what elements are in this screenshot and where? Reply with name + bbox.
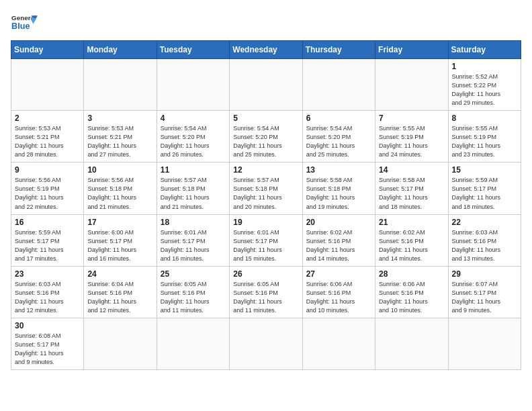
- day-number: 4: [161, 113, 226, 123]
- day-info: Sunrise: 6:04 AM Sunset: 5:16 PM Dayligh…: [87, 280, 152, 315]
- calendar-cell: 25Sunrise: 6:05 AM Sunset: 5:16 PM Dayli…: [157, 266, 229, 318]
- day-info: Sunrise: 5:54 AM Sunset: 5:20 PM Dayligh…: [161, 124, 226, 159]
- calendar-cell: 13Sunrise: 5:58 AM Sunset: 5:18 PM Dayli…: [302, 163, 375, 214]
- day-number: 1: [452, 62, 517, 71]
- calendar-cell: 8Sunrise: 5:55 AM Sunset: 5:19 PM Daylig…: [448, 111, 521, 163]
- calendar-cell: 12Sunrise: 5:57 AM Sunset: 5:18 PM Dayli…: [230, 163, 302, 214]
- calendar-cell: 5Sunrise: 5:54 AM Sunset: 5:20 PM Daylig…: [230, 111, 302, 163]
- calendar-cell: 14Sunrise: 5:58 AM Sunset: 5:17 PM Dayli…: [375, 163, 448, 214]
- day-number: 16: [15, 218, 80, 227]
- weekday-header-cell: Sunday: [11, 41, 84, 59]
- calendar-cell: 22Sunrise: 6:03 AM Sunset: 5:16 PM Dayli…: [448, 214, 521, 266]
- day-number: 18: [161, 218, 226, 227]
- day-info: Sunrise: 5:55 AM Sunset: 5:19 PM Dayligh…: [379, 124, 444, 159]
- calendar-cell: [302, 318, 375, 369]
- day-info: Sunrise: 5:57 AM Sunset: 5:18 PM Dayligh…: [161, 176, 226, 211]
- day-number: 3: [87, 113, 152, 123]
- day-number: 28: [379, 269, 444, 279]
- day-info: Sunrise: 6:03 AM Sunset: 5:16 PM Dayligh…: [15, 280, 80, 315]
- day-number: 6: [306, 113, 371, 123]
- calendar-cell: [375, 59, 448, 111]
- day-info: Sunrise: 6:03 AM Sunset: 5:16 PM Dayligh…: [452, 228, 517, 263]
- day-number: 25: [161, 269, 226, 279]
- calendar-cell: [157, 59, 229, 111]
- day-info: Sunrise: 6:06 AM Sunset: 5:16 PM Dayligh…: [306, 280, 371, 315]
- day-number: 10: [87, 165, 152, 175]
- weekday-header-cell: Saturday: [448, 41, 521, 59]
- day-number: 2: [15, 113, 80, 123]
- calendar-week-row: 9Sunrise: 5:56 AM Sunset: 5:19 PM Daylig…: [11, 163, 521, 214]
- day-info: Sunrise: 6:08 AM Sunset: 5:17 PM Dayligh…: [15, 332, 80, 367]
- day-number: 7: [379, 113, 444, 123]
- calendar-week-row: 23Sunrise: 6:03 AM Sunset: 5:16 PM Dayli…: [11, 266, 521, 318]
- day-info: Sunrise: 5:57 AM Sunset: 5:18 PM Dayligh…: [233, 176, 298, 211]
- weekday-header-cell: Wednesday: [230, 41, 302, 59]
- day-info: Sunrise: 6:02 AM Sunset: 5:16 PM Dayligh…: [379, 228, 444, 263]
- day-number: 9: [15, 165, 80, 175]
- calendar-cell: 21Sunrise: 6:02 AM Sunset: 5:16 PM Dayli…: [375, 214, 448, 266]
- calendar-table: SundayMondayTuesdayWednesdayThursdayFrid…: [11, 40, 521, 370]
- weekday-header-cell: Monday: [84, 41, 157, 59]
- calendar-cell: 29Sunrise: 6:07 AM Sunset: 5:17 PM Dayli…: [448, 266, 521, 318]
- day-number: 21: [379, 218, 444, 227]
- calendar-cell: [230, 59, 302, 111]
- day-number: 11: [161, 165, 226, 175]
- calendar-cell: 20Sunrise: 6:02 AM Sunset: 5:16 PM Dayli…: [302, 214, 375, 266]
- day-info: Sunrise: 6:01 AM Sunset: 5:17 PM Dayligh…: [161, 228, 226, 263]
- day-info: Sunrise: 5:59 AM Sunset: 5:17 PM Dayligh…: [15, 228, 80, 263]
- calendar-cell: [302, 59, 375, 111]
- day-info: Sunrise: 5:53 AM Sunset: 5:21 PM Dayligh…: [87, 124, 152, 159]
- day-number: 27: [306, 269, 371, 279]
- day-info: Sunrise: 5:52 AM Sunset: 5:22 PM Dayligh…: [452, 73, 517, 107]
- calendar-week-row: 2Sunrise: 5:53 AM Sunset: 5:21 PM Daylig…: [11, 111, 521, 163]
- day-info: Sunrise: 6:06 AM Sunset: 5:16 PM Dayligh…: [379, 280, 444, 315]
- day-info: Sunrise: 5:55 AM Sunset: 5:19 PM Dayligh…: [452, 124, 517, 159]
- weekday-header-cell: Thursday: [302, 41, 375, 59]
- day-number: 17: [87, 218, 152, 227]
- calendar-cell: 6Sunrise: 5:54 AM Sunset: 5:20 PM Daylig…: [302, 111, 375, 163]
- calendar-week-row: 1Sunrise: 5:52 AM Sunset: 5:22 PM Daylig…: [11, 59, 521, 111]
- calendar-cell: 24Sunrise: 6:04 AM Sunset: 5:16 PM Dayli…: [84, 266, 157, 318]
- calendar-cell: [230, 318, 302, 369]
- day-info: Sunrise: 5:56 AM Sunset: 5:19 PM Dayligh…: [15, 176, 80, 211]
- calendar-cell: 19Sunrise: 6:01 AM Sunset: 5:17 PM Dayli…: [230, 214, 302, 266]
- weekday-header-cell: Tuesday: [157, 41, 229, 59]
- logo: General Blue: [11, 11, 38, 35]
- day-info: Sunrise: 6:01 AM Sunset: 5:17 PM Dayligh…: [233, 228, 298, 263]
- calendar-cell: 17Sunrise: 6:00 AM Sunset: 5:17 PM Dayli…: [84, 214, 157, 266]
- day-info: Sunrise: 6:00 AM Sunset: 5:17 PM Dayligh…: [87, 228, 152, 263]
- calendar-cell: 15Sunrise: 5:59 AM Sunset: 5:17 PM Dayli…: [448, 163, 521, 214]
- day-number: 14: [379, 165, 444, 175]
- svg-text:Blue: Blue: [11, 21, 30, 31]
- day-info: Sunrise: 5:53 AM Sunset: 5:21 PM Dayligh…: [15, 124, 80, 159]
- calendar-cell: [84, 318, 157, 369]
- day-info: Sunrise: 5:54 AM Sunset: 5:20 PM Dayligh…: [306, 124, 371, 159]
- day-info: Sunrise: 5:54 AM Sunset: 5:20 PM Dayligh…: [233, 124, 298, 159]
- day-number: 30: [15, 321, 80, 330]
- day-info: Sunrise: 5:59 AM Sunset: 5:17 PM Dayligh…: [452, 176, 517, 211]
- calendar-cell: 4Sunrise: 5:54 AM Sunset: 5:20 PM Daylig…: [157, 111, 229, 163]
- calendar-cell: 16Sunrise: 5:59 AM Sunset: 5:17 PM Dayli…: [11, 214, 84, 266]
- day-info: Sunrise: 5:58 AM Sunset: 5:17 PM Dayligh…: [379, 176, 444, 211]
- day-number: 20: [306, 218, 371, 227]
- day-number: 8: [452, 113, 517, 123]
- calendar-cell: 2Sunrise: 5:53 AM Sunset: 5:21 PM Daylig…: [11, 111, 84, 163]
- calendar-cell: 18Sunrise: 6:01 AM Sunset: 5:17 PM Dayli…: [157, 214, 229, 266]
- calendar-week-row: 30Sunrise: 6:08 AM Sunset: 5:17 PM Dayli…: [11, 318, 521, 369]
- day-number: 5: [233, 113, 298, 123]
- calendar-cell: 11Sunrise: 5:57 AM Sunset: 5:18 PM Dayli…: [157, 163, 229, 214]
- day-number: 12: [233, 165, 298, 175]
- calendar-cell: 30Sunrise: 6:08 AM Sunset: 5:17 PM Dayli…: [11, 318, 84, 369]
- day-info: Sunrise: 5:58 AM Sunset: 5:18 PM Dayligh…: [306, 176, 371, 211]
- calendar-cell: [448, 318, 521, 369]
- page-header: General Blue: [11, 11, 521, 35]
- calendar-cell: 9Sunrise: 5:56 AM Sunset: 5:19 PM Daylig…: [11, 163, 84, 214]
- weekday-header-row: SundayMondayTuesdayWednesdayThursdayFrid…: [11, 41, 521, 59]
- weekday-header-cell: Friday: [375, 41, 448, 59]
- day-number: 26: [233, 269, 298, 279]
- day-number: 29: [452, 269, 517, 279]
- calendar-cell: [11, 59, 84, 111]
- day-number: 22: [452, 218, 517, 227]
- calendar-cell: 28Sunrise: 6:06 AM Sunset: 5:16 PM Dayli…: [375, 266, 448, 318]
- calendar-cell: 7Sunrise: 5:55 AM Sunset: 5:19 PM Daylig…: [375, 111, 448, 163]
